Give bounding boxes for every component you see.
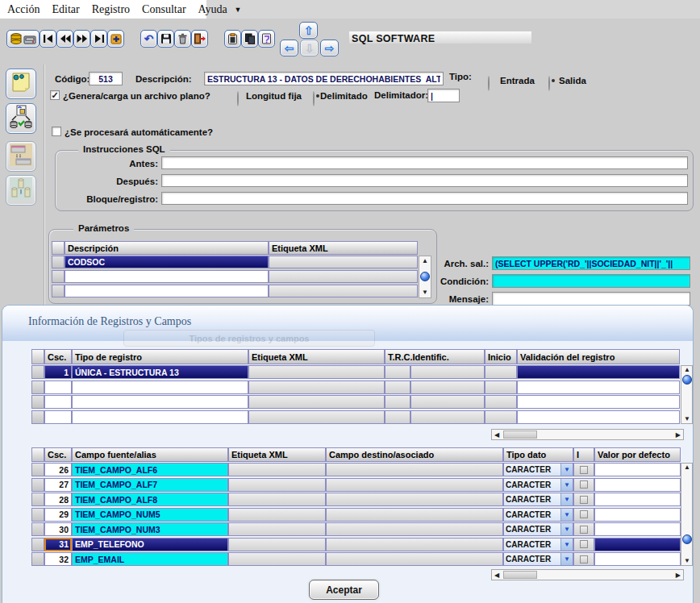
i-checkbox[interactable]	[580, 555, 588, 563]
valor-defecto	[594, 463, 681, 476]
scroll-left-button[interactable]: ⇦	[280, 40, 298, 56]
scrollbar-right-icon[interactable]: ▶	[676, 432, 681, 439]
i-checkbox[interactable]	[580, 526, 588, 534]
menu-accion[interactable]: Acción	[7, 3, 40, 16]
paste-button[interactable]	[258, 30, 275, 48]
longitud-fija-label: Longitud fija	[246, 91, 302, 101]
scrollbar-thumb[interactable]	[682, 375, 692, 385]
registros-campos-dialog: Información de Registros y Campos Tipos …	[2, 305, 694, 603]
tipo-dato-select[interactable]: CARACTER▼	[503, 508, 573, 522]
scrollbar-down-icon[interactable]: ▼	[684, 416, 690, 422]
tipo-dato-select[interactable]: CARACTER▼	[503, 493, 573, 506]
note-pin-icon	[10, 71, 32, 97]
scrollbar-down-icon[interactable]: ▼	[684, 558, 690, 564]
export-structure-button[interactable]	[6, 103, 36, 134]
despues-input[interactable]	[161, 174, 688, 187]
delimitador-input[interactable]	[427, 89, 460, 102]
dropdown-arrow-icon[interactable]: ▼	[560, 479, 573, 491]
i-checkbox[interactable]	[580, 540, 588, 548]
tipo-dato-select[interactable]: CARACTER▼	[503, 552, 573, 566]
scroll-right-button[interactable]: ⇨	[320, 40, 339, 56]
i-checkbox[interactable]	[580, 496, 588, 504]
scrollbar-thumb[interactable]	[420, 272, 430, 281]
parametros-title: Parámetros	[73, 223, 134, 233]
codigo-input[interactable]	[89, 72, 123, 85]
tipo-dato-select[interactable]: CARACTER▼	[503, 478, 573, 492]
exit-button[interactable]	[191, 30, 208, 48]
menu-registro[interactable]: Registro	[92, 3, 130, 16]
scrollbar-thumb[interactable]	[682, 534, 692, 544]
registro-validacion	[517, 395, 680, 409]
procesara-checkbox[interactable]	[52, 127, 61, 136]
aceptar-button[interactable]: Aceptar	[309, 580, 379, 600]
delimitado-radio[interactable]	[313, 91, 315, 106]
dropdown-arrow-icon[interactable]: ▼	[560, 553, 573, 565]
tipo-dato-select[interactable]: CARACTER▼	[503, 522, 573, 536]
menu-editar[interactable]: Editar	[52, 3, 79, 16]
dropdown-arrow-icon[interactable]: ▼	[560, 493, 573, 505]
scrollbar-down-icon[interactable]: ▼	[422, 289, 428, 296]
previous-record-button[interactable]	[56, 30, 73, 48]
save-button[interactable]	[157, 30, 174, 48]
exit-door-icon	[194, 33, 206, 44]
parametros-scrollbar[interactable]: ▲ ▼	[419, 256, 431, 298]
registros-col-trc: T.R.C.Identific.	[385, 349, 485, 364]
insert-record-button[interactable]	[107, 30, 124, 48]
forms-transfer-button[interactable]	[6, 141, 36, 172]
tipo-dato-select[interactable]: CARACTER▼	[503, 463, 573, 476]
delete-button[interactable]	[174, 30, 191, 48]
tipo-salida-radio[interactable]	[548, 76, 550, 91]
insert-record-icon	[110, 34, 122, 44]
scrollbar-thumb[interactable]	[503, 430, 537, 439]
datasource-save-button[interactable]	[6, 30, 40, 48]
registros-vscrollbar[interactable]: ▲ ▼	[681, 365, 693, 424]
scrollbar-thumb[interactable]	[503, 571, 537, 579]
i-checkbox[interactable]	[580, 466, 588, 474]
descripcion-input[interactable]	[204, 72, 444, 85]
condicion-input[interactable]	[492, 274, 690, 288]
antes-input[interactable]	[161, 156, 688, 169]
scrollbar-up-icon[interactable]: ▲	[422, 258, 428, 264]
clipboard-button[interactable]	[224, 30, 241, 48]
campos-hscrollbar[interactable]: ◀ ▶	[491, 569, 684, 580]
mensaje-input[interactable]	[492, 292, 690, 306]
bloque-registro-input[interactable]	[161, 192, 688, 205]
statistics-button[interactable]	[6, 175, 36, 206]
dropdown-arrow-icon[interactable]: ▼	[560, 464, 573, 476]
scrollbar-right-icon[interactable]: ▶	[676, 572, 681, 579]
menu-ayuda[interactable]: Ayuda	[198, 3, 227, 16]
scrollbar-left-icon[interactable]: ◀	[494, 432, 499, 439]
menu-consultar[interactable]: Consultar	[142, 3, 185, 16]
campos-vscrollbar[interactable]: ▲ ▼	[681, 463, 693, 566]
down-arrow-icon: ⇩	[305, 42, 315, 55]
scroll-down-button[interactable]: ⇩	[300, 40, 319, 56]
notes-button[interactable]	[6, 69, 36, 99]
registros-hscrollbar[interactable]: ◀ ▶	[491, 429, 684, 440]
longitud-fija-radio[interactable]	[237, 91, 239, 106]
first-record-icon	[43, 34, 54, 44]
genera-archivo-checkbox[interactable]: ✓	[50, 90, 60, 100]
menu-caret-icon[interactable]: ▼	[235, 6, 242, 14]
registro-tipo	[72, 381, 248, 394]
bloque-registro-label: Bloque/registro:	[81, 194, 158, 204]
dropdown-arrow-icon[interactable]: ▼	[560, 509, 573, 521]
tipo-entrada-label: Entrada	[500, 76, 535, 85]
copy-button[interactable]	[241, 30, 258, 48]
undo-button[interactable]: ↶	[140, 30, 157, 48]
scrollbar-up-icon[interactable]: ▲	[684, 367, 690, 373]
tipo-entrada-radio[interactable]	[488, 76, 490, 91]
i-checkbox[interactable]	[580, 480, 588, 489]
scroll-up-button[interactable]: ⇧	[299, 22, 318, 39]
last-record-button[interactable]	[90, 30, 107, 48]
copy-icon	[244, 33, 256, 44]
arch-sal-input[interactable]	[492, 256, 690, 270]
scrollbar-up-icon[interactable]: ▲	[684, 464, 690, 471]
first-record-button[interactable]	[40, 30, 56, 48]
dropdown-arrow-icon[interactable]: ▼	[560, 539, 573, 551]
next-record-button[interactable]	[73, 30, 90, 48]
scrollbar-left-icon[interactable]: ◀	[494, 572, 499, 579]
parametro-descripcion: CODSOC	[65, 256, 269, 268]
dropdown-arrow-icon[interactable]: ▼	[560, 523, 573, 535]
tipo-dato-select[interactable]: CARACTER▼	[503, 538, 573, 551]
i-checkbox[interactable]	[580, 510, 588, 518]
